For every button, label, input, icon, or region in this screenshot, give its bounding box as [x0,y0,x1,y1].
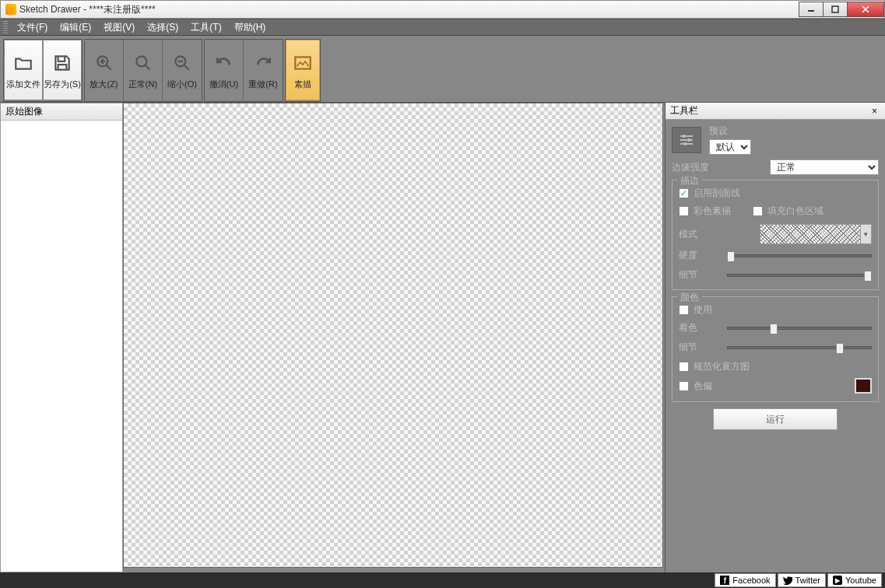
sketch-label: 素描 [294,80,311,89]
minimize-button[interactable] [799,2,824,17]
detail-label: 细节 [679,268,721,282]
preset-row: 预设 默认 [672,124,879,155]
hardness-thumb[interactable] [727,251,735,262]
normalize-histogram-label[interactable]: 规范化直方图 [694,360,750,373]
undo-button[interactable]: 撤消(U) [205,40,244,100]
hardness-label: 硬度 [679,249,721,262]
redo-button[interactable]: 重做(R) [244,40,283,100]
twitter-link[interactable]: Twitter [778,573,826,587]
facebook-icon: f [720,576,729,585]
zoom-normal-button[interactable]: 正常(N) [124,40,163,100]
run-button[interactable]: 运行 [713,408,838,430]
color-sketch-checkbox[interactable] [679,206,689,216]
color-shift-checkbox[interactable] [679,381,689,391]
preset-select[interactable]: 默认 [709,139,751,155]
add-file-button[interactable]: 添加文件 [4,40,43,100]
color-sketch-label[interactable]: 彩色素描 [694,205,731,218]
pattern-dropdown[interactable]: ▾ [861,224,872,244]
menu-tools[interactable]: 工具(T) [184,19,227,36]
color-detail-slider[interactable] [727,346,872,349]
save-as-button[interactable]: 另存为(S) [43,40,82,100]
hue-thumb[interactable] [770,324,778,334]
hardness-slider[interactable] [727,254,872,257]
color-detail-thumb[interactable] [836,343,844,354]
tools-panel-title: 工具栏 [670,104,698,117]
undo-icon [213,52,235,74]
toolbar-group-zoom: 放大(Z) 正常(N) 缩小(O) [84,39,202,102]
sliders-icon [672,127,701,153]
detail-row: 细节 [679,268,872,282]
undo-label: 撤消(U) [209,80,238,89]
color-swatch[interactable] [855,378,872,394]
tools-panel-header: 工具栏 × [666,103,885,120]
hue-slider[interactable] [727,327,872,330]
edge-strength-select[interactable]: 正常 [770,159,879,175]
window-title: Sketch Drawer - ****未注册版**** [19,3,799,16]
use-checkbox[interactable] [679,305,689,315]
svg-line-11 [184,65,189,70]
redo-icon [252,52,274,74]
menu-edit[interactable]: 编辑(E) [54,19,97,36]
fill-white-checkbox[interactable] [753,206,763,216]
preset-label: 预设 [709,124,879,138]
svg-line-9 [145,65,150,70]
hardness-row: 硬度 [679,249,872,262]
zoom-in-button[interactable]: 放大(Z) [85,40,124,100]
color-shift-label[interactable]: 色偏 [694,380,712,393]
twitter-icon [783,576,792,585]
color-fieldset: 颜色 使用 着色 细节 规范化直方图 [672,296,879,402]
hue-label: 着色 [679,321,721,334]
detail-thumb[interactable] [864,271,872,282]
window-controls [799,2,884,17]
youtube-link[interactable]: ▶ Youtube [827,573,882,587]
facebook-label: Facebook [732,576,770,585]
app-icon [5,4,16,15]
toolbar-group-sketch: 素描 [285,39,321,102]
zoom-normal-label: 正常(N) [128,80,157,89]
zoom-out-icon [171,52,193,74]
toolbar: 添加文件 另存为(S) 放大(Z) 正常(N) 缩小(O) 撤消(U) 重做(R… [0,36,885,103]
pattern-row: 模式 ▾ [679,224,872,244]
use-label[interactable]: 使用 [694,303,712,317]
save-as-label: 另存为(S) [44,80,81,89]
edge-strength-row: 边缘强度 正常 [672,159,879,175]
save-icon [51,52,73,74]
redo-label: 重做(R) [248,80,277,89]
window-titlebar: Sketch Drawer - ****未注册版**** [0,0,885,19]
fill-white-label[interactable]: 填充白色区域 [767,205,824,218]
status-bar: f Facebook Twitter ▶ Youtube [0,572,885,588]
svg-line-5 [106,65,111,70]
menu-help[interactable]: 帮助(H) [228,19,272,36]
pattern-label: 模式 [679,228,721,241]
color-legend: 颜色 [677,291,702,304]
normalize-histogram-checkbox[interactable] [679,362,689,372]
tools-panel-close[interactable]: × [869,106,880,117]
menu-select[interactable]: 选择(S) [141,19,184,36]
close-button[interactable] [847,2,884,17]
stroke-fieldset: 描边 启用剖面线 彩色素描 填充白色区域 模式 [672,180,879,290]
enable-hatch-checkbox[interactable] [679,188,689,198]
zoom-in-label: 放大(Z) [90,80,118,89]
detail-slider[interactable] [727,274,872,277]
sketch-button[interactable]: 素描 [286,40,320,100]
color-detail-label: 细节 [679,341,721,354]
facebook-link[interactable]: f Facebook [715,573,775,587]
sketch-icon [292,52,314,74]
toolbar-group-history: 撤消(U) 重做(R) [204,39,283,102]
minimize-icon [807,5,815,13]
original-image-panel-title: 原始图像 [1,103,122,121]
canvas[interactable] [123,103,663,568]
svg-rect-1 [832,6,838,12]
zoom-in-icon [93,52,115,74]
zoom-out-button[interactable]: 缩小(O) [163,40,202,100]
folder-open-icon [12,52,34,74]
add-file-label: 添加文件 [6,80,40,89]
color-detail-row: 细节 [679,341,872,354]
menu-bar: 文件(F) 编辑(E) 视图(V) 选择(S) 工具(T) 帮助(H) [0,19,885,36]
enable-hatch-label[interactable]: 启用剖面线 [694,187,740,200]
menu-file[interactable]: 文件(F) [11,19,54,36]
maximize-button[interactable] [823,2,848,17]
menu-view[interactable]: 视图(V) [97,19,141,36]
menu-grip[interactable] [3,21,8,33]
pattern-preview[interactable] [760,224,861,244]
